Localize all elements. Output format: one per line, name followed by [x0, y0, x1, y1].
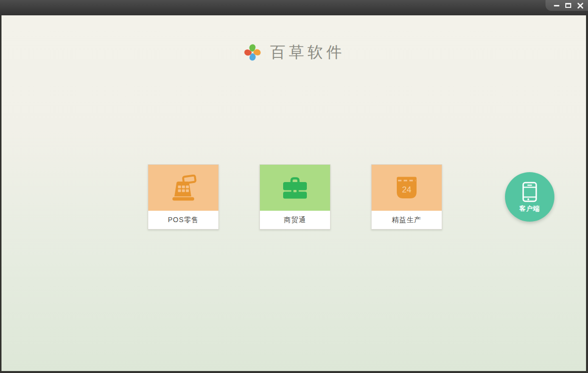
product-tile-lean: 24: [372, 165, 442, 211]
product-card-trade[interactable]: 商贸通: [259, 164, 331, 230]
product-label: 商贸通: [260, 211, 330, 230]
calendar-day-number: 24: [402, 185, 412, 194]
minimize-icon: [554, 5, 559, 6]
product-label: POS零售: [148, 211, 218, 230]
close-icon: [577, 2, 584, 9]
maximize-button[interactable]: [564, 2, 572, 9]
app-title: 百草软件: [270, 42, 345, 63]
calendar-icon: 24: [395, 177, 419, 199]
product-tile-pos: [148, 165, 218, 211]
briefcase-icon: [281, 176, 309, 200]
client-button[interactable]: 客户端: [505, 172, 554, 222]
window-controls: [546, 0, 588, 11]
pinwheel-logo-icon: [243, 43, 262, 62]
close-button[interactable]: [576, 2, 584, 9]
product-tile-trade: [260, 165, 330, 211]
smartphone-icon: [522, 181, 538, 203]
main-content: 百草软件 POS零售: [1, 15, 586, 371]
titlebar[interactable]: [0, 0, 588, 15]
maximize-icon: [565, 3, 571, 8]
brand-header: 百草软件: [1, 40, 586, 65]
minimize-button[interactable]: [552, 2, 560, 9]
client-button-label: 客户端: [519, 204, 540, 213]
product-card-lean[interactable]: 24 精益生产: [371, 164, 442, 230]
product-card-pos[interactable]: POS零售: [148, 164, 219, 230]
cash-register-icon: [169, 175, 197, 201]
product-label: 精益生产: [372, 211, 442, 230]
